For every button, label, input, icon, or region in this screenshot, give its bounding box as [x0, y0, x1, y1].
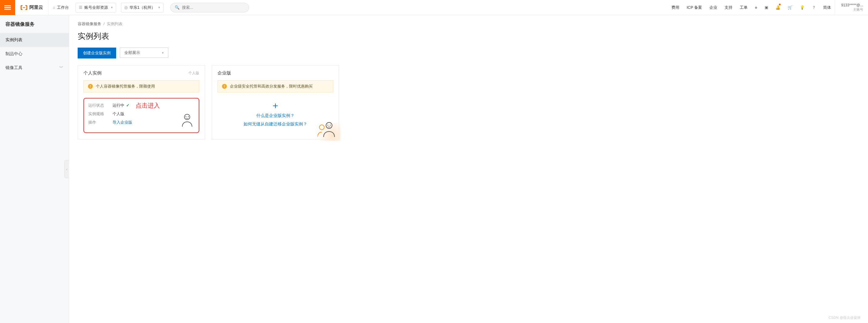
instance-cards: 个人实例 个人版 ! 个人容器镜像托管服务，限额使用 运行状态 运行中✓ 实例规…: [78, 65, 860, 139]
account-type: 主账号: [853, 7, 863, 12]
resource-icon: ☰: [79, 5, 83, 10]
enterprise-card: 企业版 ! 企业级安全托管和高效分发服务，限时优惠购买 ＋ 什么是企业版实例？ …: [212, 65, 339, 139]
banner-text: 企业级安全托管和高效分发服务，限时优惠购买: [230, 84, 313, 89]
nav-ticket-label: 工单: [740, 5, 748, 10]
info-banner: ! 个人容器镜像托管服务，限额使用: [84, 80, 199, 92]
warning-icon: !: [88, 84, 93, 89]
workspace-label: 工作台: [57, 5, 69, 10]
menu-icon: [4, 4, 11, 11]
card-title: 企业版: [217, 70, 231, 76]
nav-enterprise-label: 企业: [709, 5, 717, 10]
svg-point-8: [330, 125, 331, 126]
warning-icon: !: [222, 84, 227, 89]
nav-ticket[interactable]: 工单: [736, 0, 751, 15]
info-banner: ! 企业级安全托管和高效分发服务，限时优惠购买: [217, 80, 333, 92]
svg-point-3: [184, 114, 190, 120]
watermark: CSDN @指尖@旋律: [829, 316, 861, 320]
nav-support-label: 支持: [724, 5, 733, 10]
nav-support[interactable]: 支持: [721, 0, 736, 15]
shell: 容器镜像服务 实例列表 制品中心 镜像工具 ︾ ‹ 容器镜像服务 / 实例列表 …: [0, 15, 868, 323]
sidebar-item-label: 制品中心: [5, 51, 23, 57]
resource-label: 账号全部资源: [84, 5, 108, 10]
personal-instance-card: 个人实例 个人版 ! 个人容器镜像托管服务，限额使用 运行状态 运行中✓ 实例规…: [78, 65, 205, 139]
account-menu[interactable]: 9133*****@... 主账号: [835, 0, 868, 15]
notification-icon[interactable]: 🔔: [772, 0, 784, 15]
location-icon: ◎: [124, 5, 128, 10]
notification-dot: [779, 4, 781, 5]
aliyun-logo-icon: [20, 4, 28, 11]
svg-point-6: [326, 122, 332, 128]
row-label: 实例规格: [88, 111, 113, 117]
create-enterprise-instance-button[interactable]: 创建企业版实例: [78, 47, 116, 59]
action-row: 操作 导入企业版: [88, 120, 194, 125]
sidebar-item-label: 实例列表: [5, 37, 23, 43]
personal-instance-entry[interactable]: 运行状态 运行中✓ 实例规格 个人版 操作 导入企业版 点击进入: [84, 98, 199, 133]
spec-row: 实例规格 个人版: [88, 111, 194, 117]
card-tag: 个人版: [188, 71, 199, 76]
sidebar-collapse-handle[interactable]: ‹: [64, 160, 69, 178]
row-label: 操作: [88, 120, 113, 125]
top-header: 阿里云 ⌂ 工作台 ☰ 账号全部资源 ▾ ◎ 华东1（杭州） ▾ 🔍 费用 IC…: [0, 0, 868, 15]
nav-fee-label: 费用: [672, 5, 679, 10]
search-icon: 🔍: [175, 5, 180, 10]
svg-rect-2: [4, 9, 11, 10]
svg-point-7: [328, 125, 329, 126]
sidebar-item-image-tools[interactable]: 镜像工具 ︾: [0, 61, 69, 75]
sidebar: 容器镜像服务 实例列表 制品中心 镜像工具 ︾ ‹: [0, 15, 69, 323]
resource-dropdown[interactable]: ☰ 账号全部资源 ▾: [75, 3, 116, 12]
cloud-shell-icon[interactable]: ⎈: [751, 0, 761, 15]
search-box[interactable]: 🔍: [170, 3, 249, 12]
search-input[interactable]: [182, 5, 244, 10]
terminal-icon[interactable]: ▣: [761, 0, 772, 15]
main-content: 容器镜像服务 / 实例列表 实例列表 创建企业版实例 全部展示 ▾ 个人实例 个…: [69, 15, 868, 323]
card-header: 个人实例 个人版: [84, 70, 199, 76]
nav-icp-label: ICP 备案: [687, 5, 702, 10]
chevron-down-icon: ▾: [111, 5, 113, 9]
chevron-down-icon: ▾: [158, 5, 160, 9]
nav-fee[interactable]: 费用: [668, 0, 683, 15]
sidebar-title: 容器镜像服务: [0, 15, 69, 33]
spec-value: 个人版: [113, 111, 124, 117]
status-value: 运行中✓: [113, 103, 129, 108]
breadcrumb-current: 实例列表: [107, 22, 123, 26]
enterprise-body: ＋ 什么是企业版实例？ 如何无缝从自建迁移企业版实例？: [217, 98, 333, 132]
chevron-down-icon: ︾: [59, 65, 63, 71]
person-decor-icon: [181, 113, 193, 128]
svg-point-4: [186, 116, 187, 117]
header-right: 费用 ICP 备案 企业 支持 工单 ⎈ ▣ 🔔 🛒 💡 ？ 简体 9133**…: [668, 0, 868, 15]
filter-dropdown[interactable]: 全部展示 ▾: [120, 47, 168, 58]
nav-icp[interactable]: ICP 备案: [683, 0, 706, 15]
svg-point-9: [319, 125, 324, 130]
sidebar-item-artifacts[interactable]: 制品中心: [0, 47, 69, 61]
svg-rect-0: [4, 5, 11, 6]
brand-logo[interactable]: 阿里云: [15, 0, 49, 15]
hamburger-menu[interactable]: [0, 0, 15, 15]
card-title: 个人实例: [84, 70, 102, 76]
status-text: 运行中: [113, 103, 124, 107]
card-header: 企业版: [217, 70, 333, 76]
brand-name: 阿里云: [29, 4, 43, 10]
cart-icon[interactable]: 🛒: [784, 0, 796, 15]
sidebar-item-instances[interactable]: 实例列表: [0, 33, 69, 47]
chevron-down-icon: ▾: [162, 51, 164, 55]
tips-icon[interactable]: 💡: [796, 0, 808, 15]
add-instance-icon[interactable]: ＋: [217, 101, 333, 110]
filter-label: 全部展示: [124, 50, 140, 56]
breadcrumb-root[interactable]: 容器镜像服务: [78, 22, 101, 26]
row-label: 运行状态: [88, 103, 113, 108]
region-dropdown[interactable]: ◎ 华东1（杭州） ▾: [121, 3, 163, 12]
svg-point-5: [188, 116, 189, 117]
banner-text: 个人容器镜像托管服务，限额使用: [96, 84, 155, 89]
import-enterprise-link[interactable]: 导入企业版: [113, 120, 132, 125]
region-label: 华东1（杭州）: [129, 5, 155, 10]
help-icon[interactable]: ？: [808, 0, 819, 15]
annotation-click-enter: 点击进入: [135, 101, 160, 110]
workspace-link[interactable]: ⌂ 工作台: [49, 0, 73, 15]
breadcrumb: 容器镜像服务 / 实例列表: [78, 21, 860, 27]
migrate-enterprise-link[interactable]: 如何无缝从自建迁移企业版实例？: [217, 122, 333, 127]
check-icon: ✓: [126, 103, 129, 107]
nav-enterprise[interactable]: 企业: [706, 0, 721, 15]
home-icon: ⌂: [53, 5, 55, 10]
what-is-enterprise-link[interactable]: 什么是企业版实例？: [217, 113, 333, 119]
lang-switch[interactable]: 简体: [819, 0, 835, 15]
